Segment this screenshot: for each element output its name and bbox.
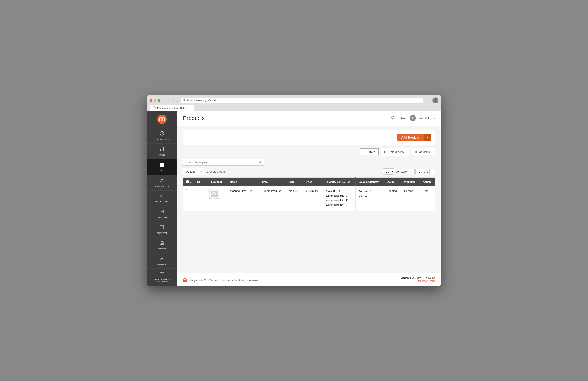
table-header-id[interactable]: ID ↓ (194, 178, 206, 186)
default-view-button[interactable]: Default View ▾ (381, 148, 409, 156)
svg-point-9 (161, 179, 163, 180)
main-content: Products Erwin Otten ▾ (177, 111, 441, 286)
filters-label: Filters (368, 150, 375, 154)
sidebar-item-label: CONTENT (157, 216, 167, 219)
svg-rect-18 (161, 243, 163, 244)
profile-button[interactable]: 👤 (432, 97, 439, 104)
table-header-action: Action (420, 178, 435, 186)
page-body: Add Product ▾ Filters Default View ▾ (177, 126, 441, 273)
notification-button[interactable] (400, 115, 406, 122)
cell-type: Simple Product (259, 186, 285, 211)
edit-link[interactable]: Edit (423, 189, 428, 192)
system-icon (160, 256, 164, 262)
active-tab[interactable]: Products / Inventory / Catalog × (149, 105, 194, 111)
browser-chrome: ‹ › ↻ ⌂ ⋮ 👤 Products / Inventory / Catal… (147, 95, 441, 111)
add-product-dropdown-button[interactable]: ▾ (424, 134, 431, 141)
search-icon (391, 115, 395, 120)
sales-icon (160, 147, 164, 153)
filters-icon (363, 151, 366, 154)
sidebar-item-catalog[interactable]: CATALOG (147, 159, 177, 175)
new-tab-button[interactable]: + (194, 105, 200, 111)
sidebar-item-stores[interactable]: STORES (147, 237, 177, 253)
customers-icon (160, 178, 164, 184)
products-table: ▾ ID ↓ Thumbnail Name Type SKU Price Qu (183, 178, 435, 211)
table-header-websites: Websites (401, 178, 420, 186)
forward-button[interactable]: › (167, 98, 170, 103)
default-view-arrow-icon: ▾ (405, 151, 407, 153)
add-product-button[interactable]: Add Product (397, 134, 424, 141)
svg-rect-5 (160, 163, 162, 165)
sidebar-item-system[interactable]: SYSTEM (147, 253, 177, 269)
back-button[interactable]: ‹ (164, 98, 166, 103)
actions-label-button[interactable]: Actions (183, 168, 198, 175)
sort-id-icon: ↓ (202, 181, 203, 183)
svg-rect-3 (162, 148, 162, 151)
minimize-window-button[interactable] (154, 99, 156, 102)
actions-arrow-button[interactable]: ▾ (198, 168, 204, 175)
select-all-checkbox[interactable] (186, 180, 189, 183)
sidebar-item-label: SALES (158, 154, 166, 156)
refresh-button[interactable]: ↻ (170, 98, 175, 103)
svg-point-23 (392, 116, 394, 118)
app-container: DASHBOARD SALES CATALOG (147, 111, 441, 286)
marketing-icon (160, 194, 164, 199)
maximize-window-button[interactable] (158, 99, 160, 102)
page-number-input[interactable] (415, 169, 423, 175)
sidebar-item-reports[interactable]: REPORTS (147, 222, 177, 237)
cell-salable-quantity: Europe : 2US : 18 (356, 186, 384, 211)
traffic-lights (149, 99, 160, 102)
browser-menu-button[interactable]: ⋮ (425, 98, 431, 103)
user-menu[interactable]: Erwin Otten ▾ (410, 115, 435, 121)
footer: Copyright © 2018 Magento Commerce Inc. A… (177, 273, 441, 286)
filter-bar: Filters Default View ▾ Columns ▾ (183, 148, 435, 156)
table-row: 1Macbook Pro 15,4"Simple Productmbp154€2… (183, 186, 435, 211)
svg-point-29 (259, 161, 260, 162)
report-issue-link[interactable]: Report an Issue (401, 279, 435, 282)
sidebar-item-sales[interactable]: SALES (147, 144, 177, 159)
address-bar[interactable] (181, 98, 423, 103)
sidebar-item-partners[interactable]: FIND PARTNERS & EXTENSIONS (147, 269, 177, 286)
close-window-button[interactable] (149, 99, 152, 102)
dashboard-icon (160, 131, 164, 137)
sidebar-item-customers[interactable]: CUSTOMERS (147, 175, 177, 190)
prev-page-button[interactable]: ‹ (409, 169, 415, 175)
svg-rect-4 (163, 147, 164, 151)
sidebar-item-content[interactable]: CONTENT (147, 206, 177, 222)
footer-right: Magento ver. dev-2.3-develop Report an I… (401, 276, 435, 282)
top-header: Products Erwin Otten ▾ (177, 111, 441, 126)
search-input[interactable] (186, 160, 258, 164)
next-page-button[interactable]: › (429, 169, 435, 175)
per-page-dropdown[interactable]: 20 (383, 168, 394, 175)
search-button[interactable] (390, 115, 396, 122)
footer-magento-icon (183, 278, 187, 282)
magento-logo-icon (157, 115, 167, 124)
sidebar-item-label: SYSTEM (157, 263, 167, 265)
svg-rect-17 (162, 227, 164, 229)
cell-websites: Europe (401, 186, 420, 211)
header-actions: Erwin Otten ▾ (390, 115, 435, 122)
columns-button[interactable]: Columns ▾ (412, 148, 435, 156)
catalog-icon (160, 162, 164, 168)
actions-dropdown: Actions ▾ (183, 168, 204, 175)
footer-version: Magento ver. dev-2.3-develop (401, 276, 435, 279)
sidebar-item-label: REPORTS (157, 232, 167, 234)
address-input[interactable] (183, 99, 421, 102)
table-header-salable-quantity: Salable Quantity (356, 178, 384, 186)
tab-close-button[interactable]: × (190, 107, 191, 109)
home-button[interactable]: ⌂ (176, 98, 179, 103)
sidebar-item-marketing[interactable]: MARKETING (147, 190, 177, 206)
cell-thumbnail (206, 186, 227, 211)
footer-copyright: Copyright © 2018 Magento Commerce Inc. A… (189, 279, 260, 282)
svg-point-19 (161, 258, 163, 259)
row-checkbox[interactable] (186, 189, 189, 192)
table-header-name: Name (227, 178, 259, 186)
sidebar-logo (147, 111, 177, 128)
svg-point-27 (385, 152, 386, 153)
cell-sku: mbp154 (285, 186, 303, 211)
per-page-label: per page (396, 170, 407, 173)
sidebar-item-dashboard[interactable]: DASHBOARD (147, 128, 177, 144)
svg-rect-2 (160, 149, 161, 151)
sidebar-item-label: DASHBOARD (155, 138, 169, 140)
filters-button[interactable]: Filters (360, 148, 378, 156)
search-box[interactable] (183, 159, 264, 166)
